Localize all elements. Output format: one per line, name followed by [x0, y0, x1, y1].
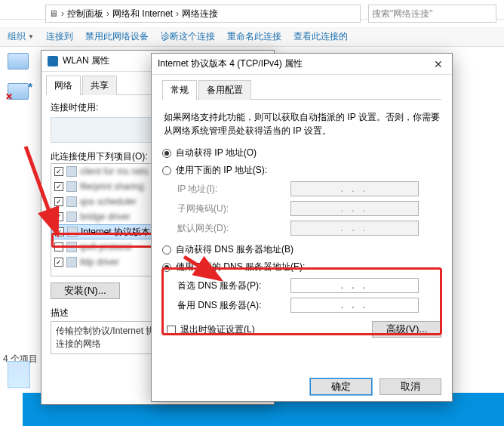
gateway-label: 默认网关(D):: [177, 222, 290, 235]
subnet-label: 子网掩码(U):: [177, 202, 290, 215]
dialog-title: Internet 协议版本 4 (TCP/IPv4) 属性: [158, 57, 431, 70]
annotation-highlight-box: [51, 233, 164, 248]
radio-ip-manual[interactable]: 使用下面的 IP 地址(S):: [162, 164, 441, 177]
install-button[interactable]: 安装(N)...: [51, 282, 120, 299]
ip-address-label: IP 地址(I):: [177, 183, 290, 196]
checkbox[interactable]: ✓: [54, 212, 63, 221]
toolbar: 组织▼ 连接到 禁用此网络设备 诊断这个连接 重命名此连接 查看此连接的: [0, 27, 504, 47]
annotation-highlight-box: [161, 267, 442, 335]
breadcrumb[interactable]: 🖥 › 控制面板 › 网络和 Internet › 网络连接: [45, 5, 361, 23]
toolbar-rename[interactable]: 重命名此连接: [227, 30, 281, 43]
gateway-field: . . .: [290, 221, 419, 236]
toolbar-diagnose[interactable]: 诊断这个连接: [161, 30, 215, 43]
connection-icon[interactable]: [8, 53, 29, 69]
protocol-icon: [66, 257, 77, 267]
desktop-icon: [8, 361, 30, 388]
close-icon[interactable]: ✕: [431, 58, 446, 70]
tab-networking[interactable]: 网络: [46, 76, 81, 95]
monitor-icon: 🖥: [49, 8, 58, 19]
breadcrumb-part[interactable]: 网络和 Internet: [112, 8, 173, 20]
connection-icon-bluetooth-disabled[interactable]: [8, 83, 29, 100]
protocol-icon: [66, 196, 77, 207]
tab-alternate[interactable]: 备用配置: [198, 80, 251, 100]
toolbar-disable[interactable]: 禁用此网络设备: [85, 30, 149, 43]
search-input[interactable]: 搜索"网络连接": [368, 5, 496, 23]
ip-address-field: . . .: [290, 181, 419, 196]
connection-icons: [8, 53, 38, 113]
network-icon: [48, 56, 58, 66]
chevron-right-icon: ›: [106, 8, 109, 19]
checkbox[interactable]: ✓: [54, 167, 63, 176]
radio-dns-auto[interactable]: 自动获得 DNS 服务器地址(B): [162, 243, 441, 256]
ipv4-tabs: 常规 备用配置: [162, 79, 441, 100]
help-text: 如果网络支持此功能，则可以获取自动指派的 IP 设置。否则，你需要从网络系统管理…: [164, 110, 440, 137]
tab-general[interactable]: 常规: [162, 80, 197, 100]
radio-icon: [162, 166, 171, 175]
radio-ip-auto[interactable]: 自动获得 IP 地址(O): [162, 147, 441, 159]
cancel-button[interactable]: 取消: [380, 378, 441, 395]
breadcrumb-part[interactable]: 控制面板: [67, 8, 103, 20]
ipv4-properties-dialog: Internet 协议版本 4 (TCP/IPv4) 属性 ✕ 常规 备用配置 …: [151, 53, 453, 402]
titlebar[interactable]: Internet 协议版本 4 (TCP/IPv4) 属性 ✕: [152, 54, 452, 75]
toolbar-organize[interactable]: 组织▼: [8, 30, 34, 43]
protocol-icon: [66, 211, 77, 222]
protocol-icon: [66, 181, 77, 192]
search-placeholder: 搜索"网络连接": [372, 8, 433, 20]
breadcrumb-part[interactable]: 网络连接: [182, 8, 218, 20]
chevron-right-icon: ›: [176, 8, 179, 19]
radio-icon: [162, 149, 171, 158]
ok-button[interactable]: 确定: [310, 378, 372, 395]
subnet-field: . . .: [290, 201, 419, 216]
protocol-icon: [66, 166, 77, 177]
checkbox[interactable]: ✓: [54, 197, 63, 206]
checkbox[interactable]: ✓: [54, 182, 63, 191]
checkbox[interactable]: ✓: [54, 258, 63, 267]
tab-sharing[interactable]: 共享: [82, 76, 117, 95]
chevron-right-icon: ›: [61, 8, 64, 19]
radio-icon: [162, 245, 171, 255]
toolbar-connect[interactable]: 连接到: [46, 30, 73, 43]
toolbar-viewstatus[interactable]: 查看此连接的: [293, 30, 348, 43]
